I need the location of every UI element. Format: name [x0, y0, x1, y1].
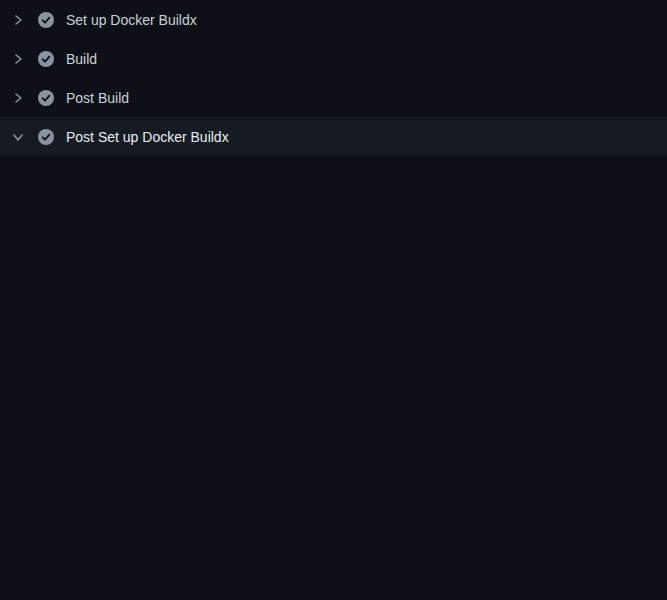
log-line: 14 time="2021-04-23T18:02:38Z" level=deb… [0, 450, 667, 470]
step-label: Post Set up Docker Buildx [66, 129, 229, 145]
log-line: 20 time="2021-04-23T18:02:38Z" level=deb… [0, 590, 667, 600]
log-line: 10 time="2021-04-23T18:02:37Z" level=inf… [0, 370, 667, 390]
log-line: 16 time="2021-04-23T18:02:38Z" level=deb… [0, 490, 667, 510]
check-circle-icon [38, 129, 54, 145]
log-line: 7 time="2021-04-23T18:02:37Z" level=warn… [0, 310, 667, 330]
chevron-right-icon[interactable] [12, 14, 24, 26]
log-line: 3 /usr/bin/docker logs buildx_buildkit_b… [0, 210, 667, 230]
step-header-post-set-up-docker-buildx[interactable]: Post Set up Docker Buildx [0, 117, 667, 156]
log-line: 6 time="2021-04-23T18:02:37Z" level=info… [0, 270, 667, 290]
log-line: 11 time="2021-04-23T18:02:38Z" level=deb… [0, 390, 667, 410]
log-line: 2 ▼ BuildKit container logs [0, 190, 667, 210]
log-line: application/vnd.oci.image.index.v1+json,… [0, 570, 667, 590]
steps-list: Set up Docker Buildx Build Post Buil [0, 0, 667, 156]
log-line: 8 time="2021-04-23T18:02:37Z" level=info… [0, 330, 667, 350]
chevron-right-icon[interactable] [12, 53, 24, 65]
check-circle-icon [38, 12, 54, 28]
log-line: 1 Post job cleanup. [0, 170, 667, 190]
chevron-down-icon[interactable] [12, 131, 24, 143]
check-circle-icon [38, 51, 54, 67]
log-line: 18 time="2021-04-23T18:02:38Z" level=deb… [0, 530, 667, 550]
log-line: 9 time="2021-04-23T18:02:37Z" level=warn… [0, 350, 667, 370]
log-line: 12 time="2021-04-23T18:02:38Z" level=deb… [0, 410, 667, 430]
step-header-post-build[interactable]: Post Build [0, 78, 667, 117]
log-line: 13 time="2021-04-23T18:02:38Z" level=deb… [0, 430, 667, 450]
log-line: 4 time="2021-04-23T18:02:37Z" level=info… [0, 230, 667, 250]
log-line: 5 time="2021-04-23T18:02:37Z" level=warn… [0, 250, 667, 270]
chevron-right-icon[interactable] [12, 92, 24, 104]
log-line: linux/riscv64 linux/ppc64le linux/s390x … [0, 290, 667, 310]
log-line: 19 time="2021-04-23T18:02:38Z" level=deb… [0, 550, 667, 570]
step-label: Set up Docker Buildx [66, 12, 197, 28]
log-area: 1 Post job cleanup. 2 ▼ BuildKit contain… [0, 156, 667, 600]
check-circle-icon [38, 90, 54, 106]
step-header-build[interactable]: Build [0, 39, 667, 78]
step-label: Post Build [66, 90, 129, 106]
step-header-set-up-docker-buildx[interactable]: Set up Docker Buildx [0, 0, 667, 39]
log-line: 15 time="2021-04-23T18:02:38Z" level=deb… [0, 470, 667, 490]
log-line: 17 time="2021-04-23T18:02:38Z" level=deb… [0, 510, 667, 530]
actions-log-viewer: Set up Docker Buildx Build Post Buil [0, 0, 667, 600]
step-label: Build [66, 51, 97, 67]
